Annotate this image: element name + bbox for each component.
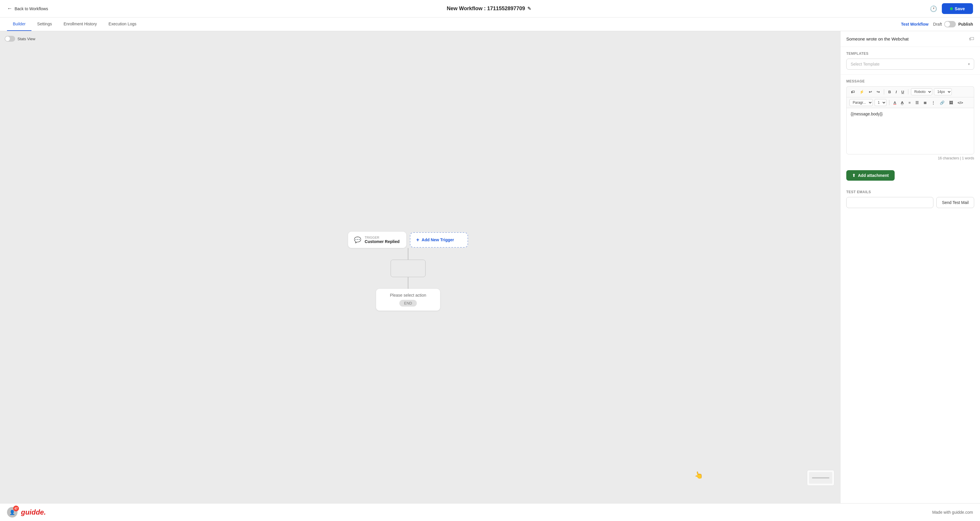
mini-map-bar [812,477,829,478]
trigger-info: Trigger Customer Replied [365,236,400,244]
workflow-nodes: 💬 Trigger Customer Replied + Add New Tri… [348,232,468,311]
tag-icon[interactable]: 🏷 [969,36,974,42]
bottom-left: 👤 47 guidde. [7,507,46,518]
attachment-section: ⬆ Add attachment [840,167,980,185]
underline-btn[interactable]: U [900,89,905,95]
ordered-list-btn[interactable]: ☰ [914,100,920,106]
header-center: New Workflow : 1711552897709 ✎ [447,6,531,12]
add-attachment-label: Add attachment [858,173,889,178]
char-count: 16 characters | 1 words [846,155,974,162]
link-btn[interactable]: 🔗 [938,100,946,106]
code-btn[interactable]: </> [956,100,964,106]
more-options-btn[interactable]: ⋮ [930,100,937,106]
panel-header: Someone wrote on the Webchat 🏷 [840,31,980,47]
back-label: Back to Workflows [14,6,48,11]
message-toolbar-row1: 🏷 ⚡ ↩ ↪ B I U Roboto 14px [846,86,974,97]
panel-trigger-title: Someone wrote on the Webchat [846,37,908,41]
templates-label: TEMPLATES [846,52,974,56]
tab-execution-logs[interactable]: Execution Logs [103,18,142,31]
mini-map [807,470,834,486]
trigger-name: Customer Replied [365,239,400,244]
message-toolbar-row2: Paragr... 1 A A̲ ≡ ☰ ≣ ⋮ 🔗 🖼 </> [846,97,974,108]
test-workflow-button[interactable]: Test Workflow [901,22,928,27]
italic-btn[interactable]: I [894,89,898,95]
toolbar-sep-2 [908,89,908,94]
paragraph-select[interactable]: Paragr... [850,99,873,106]
tab-builder[interactable]: Builder [7,18,32,31]
emoji-btn[interactable]: ⚡ [858,89,865,95]
add-attachment-button[interactable]: ⬆ Add attachment [846,170,895,181]
send-test-mail-button[interactable]: Send Test Mail [936,197,974,208]
variable-btn[interactable]: 🏷 [850,89,856,95]
connector-line-2 [408,277,409,289]
publish-label[interactable]: Publish [958,22,973,27]
text-color-btn[interactable]: A [892,100,897,106]
add-trigger-label: Add New Trigger [422,237,454,242]
unordered-list-btn[interactable]: ≡ [907,100,912,106]
tabs-right: Test Workflow Draft Publish [901,21,973,27]
trigger-label: Trigger [365,236,400,239]
line-height-select[interactable]: 1 [875,99,886,106]
highlight-btn[interactable]: A̲ [899,100,905,106]
trigger-chat-icon: 💬 [354,236,361,243]
message-body: {{message.body}} [851,112,883,116]
test-email-row: Send Test Mail [846,197,974,208]
guidde-avatar-wrap: 👤 47 [7,507,18,518]
action-label: Please select action [383,293,433,298]
font-family-select[interactable]: Roboto [911,88,932,95]
save-button[interactable]: Save [942,3,973,14]
stats-toggle-knob [5,37,10,41]
image-btn[interactable]: 🖼 [948,100,955,106]
guidde-logo[interactable]: guidde. [21,508,46,516]
workflow-canvas[interactable]: Stats View 💬 Trigger Customer Replied + … [0,31,840,503]
cursor-indicator: 👆 [694,471,701,480]
message-label: MESSAGE [846,79,974,83]
tabs-left: Builder Settings Enrollment History Exec… [7,18,142,31]
add-new-trigger-button[interactable]: + Add New Trigger [410,232,468,248]
redo-btn[interactable]: ↪ [875,89,881,95]
mini-map-inner [809,472,832,484]
online-dot [950,7,953,10]
send-test-label: Send Test Mail [942,200,969,205]
test-email-input[interactable] [846,197,933,208]
message-section: MESSAGE 🏷 ⚡ ↩ ↪ B I U Roboto 14px [840,75,980,167]
tab-enrollment-history[interactable]: Enrollment History [58,18,103,31]
main-content: Stats View 💬 Trigger Customer Replied + … [0,31,980,503]
tab-settings[interactable]: Settings [32,18,58,31]
stats-view-toggle[interactable] [5,36,15,41]
font-size-select[interactable]: 14px [934,88,952,95]
header-right: 🕐 Save [930,3,973,14]
bold-btn[interactable]: B [887,89,892,95]
history-icon[interactable]: 🕐 [930,5,937,12]
upload-icon: ⬆ [852,173,856,178]
undo-btn[interactable]: ↩ [867,89,873,95]
draft-toggle-group: Draft Publish [933,21,973,27]
templates-section: TEMPLATES Select Template ▾ [840,47,980,75]
please-select-action-node[interactable]: Please select action END [376,289,440,311]
draft-label: Draft [933,22,942,27]
template-select[interactable]: Select Template ▾ [846,59,974,70]
connector-box [391,260,426,277]
publish-toggle-switch[interactable] [944,21,956,27]
header: ← Back to Workflows New Workflow : 17115… [0,0,980,18]
save-label: Save [955,6,965,11]
back-to-workflows[interactable]: ← Back to Workflows [7,6,48,12]
plus-icon: + [416,237,420,243]
trigger-row: 💬 Trigger Customer Replied + Add New Tri… [348,232,468,248]
edit-icon[interactable]: ✎ [527,6,531,11]
bottom-bar: 👤 47 guidde. Made with guidde.com [0,503,980,521]
nav-tabs: Builder Settings Enrollment History Exec… [0,18,980,31]
test-emails-label: TEST EMAILS [846,190,974,194]
workflow-title: New Workflow : 1711552897709 ✎ [447,6,531,12]
connector-line-1 [408,248,409,260]
template-placeholder: Select Template [851,62,880,67]
trigger-card[interactable]: 💬 Trigger Customer Replied [348,232,406,248]
toggle-knob [945,22,950,27]
align-btn[interactable]: ≣ [922,100,928,106]
back-arrow-icon: ← [7,6,12,12]
template-chevron-icon: ▾ [968,62,970,66]
test-emails-section: TEST EMAILS Send Test Mail [840,185,980,213]
made-with-guidde: Made with guidde.com [932,510,973,515]
message-editor[interactable]: {{message.body}} [846,108,974,155]
stats-view-group: Stats View [5,36,35,41]
